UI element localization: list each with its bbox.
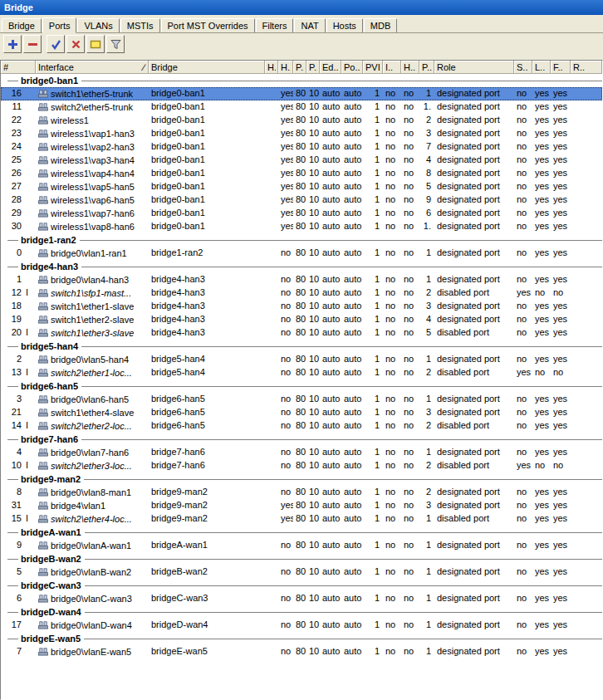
table-row[interactable]: 20Iswitch1\ether3-slavebridge4-han3no801…: [1, 326, 602, 340]
table-row[interactable]: 18switch1\ether1-slavebridge4-han3no8010…: [1, 300, 602, 313]
tab-mstis[interactable]: MSTIs: [120, 18, 160, 32]
column-header-5[interactable]: P..: [293, 61, 306, 74]
column-header-12[interactable]: P..: [419, 61, 434, 74]
column-header-1[interactable]: Interface∕: [36, 61, 149, 74]
column-header-7[interactable]: Ed..: [320, 61, 341, 74]
table-row[interactable]: 10Iswitch2\ether3-loc...bridge7-han6no80…: [1, 459, 602, 472]
column-header-2[interactable]: Bridge: [149, 61, 265, 74]
column-header-17[interactable]: R..: [571, 61, 602, 74]
column-header-16[interactable]: F..: [551, 61, 571, 74]
table-row[interactable]: 11switch2\ether5-trunkbridge0-ban1yes801…: [1, 100, 602, 114]
table-row[interactable]: 17bridge0\vlanD-wan4bridgeD-wan4no8010au…: [1, 619, 602, 632]
comment-button[interactable]: [86, 35, 105, 53]
column-header-3[interactable]: H..: [265, 61, 278, 74]
cell-h-flag: no: [401, 326, 419, 340]
cell-pvid: 1: [363, 273, 383, 286]
cell-h-flag: no: [401, 565, 419, 579]
tab-nat[interactable]: NAT: [294, 18, 325, 32]
group-label: bridgeD-wan4: [18, 607, 85, 617]
table-row[interactable]: 2bridge0\vlan5-han4bridge5-han4no8010aut…: [1, 353, 602, 366]
tab-mdb[interactable]: MDB: [364, 18, 397, 32]
column-header-13[interactable]: Role: [434, 61, 514, 74]
cell-forwarding: yes: [551, 592, 571, 605]
cell-edge: auto: [320, 273, 341, 286]
table-row[interactable]: 22wireless1bridge0-ban1yes8010autoauto1n…: [1, 114, 602, 127]
cell-horizon: [265, 645, 278, 658]
table-row[interactable]: 1bridge0\vlan4-han3bridge4-han3no8010aut…: [1, 273, 602, 286]
tab-filters[interactable]: Filters: [256, 18, 294, 32]
table-row[interactable]: 21switch1\ether4-slavebridge6-han5no8010…: [1, 406, 602, 419]
cell-bridge: bridge0-ban1: [149, 127, 265, 140]
tab-hosts[interactable]: Hosts: [326, 18, 363, 32]
table-row[interactable]: 16switch1\ether5-trunkbridge0-ban1yes801…: [1, 87, 602, 100]
tab-bridge[interactable]: Bridge: [2, 18, 42, 32]
tab-port-mst-overrides[interactable]: Port MST Overrides: [161, 18, 255, 32]
toolbar: [0, 33, 603, 55]
cell-role: disabled port: [434, 366, 514, 379]
tab-ports[interactable]: Ports: [42, 17, 77, 33]
table-row[interactable]: 31bridge4\vlan1bridge9-man2yes8010autoau…: [1, 499, 602, 512]
interface-icon: [38, 302, 48, 311]
column-header-15[interactable]: L..: [532, 61, 551, 74]
table-row[interactable]: 5bridge0\vlanB-wan2bridgeB-wan2no8010aut…: [1, 565, 602, 579]
cell-learning: yes: [532, 446, 551, 459]
table-row[interactable]: 0bridge0\vlan1-ran1bridge1-ran2no8010aut…: [1, 247, 602, 260]
group-line-left: [7, 439, 18, 440]
interface-icon: [38, 541, 48, 550]
table-row[interactable]: 15Iswitch2\ether4-loc...bridge9-man2yes8…: [1, 512, 602, 526]
tab-vlans[interactable]: VLANs: [77, 18, 119, 32]
column-header-0[interactable]: #: [1, 61, 36, 74]
table-row[interactable]: 24wireless1\vap2-han3bridge0-ban1yes8010…: [1, 140, 602, 154]
table-row[interactable]: 23wireless1\vap1-han3bridge0-ban1yes8010…: [1, 127, 602, 140]
cell-root-cost: [571, 313, 602, 326]
table-row[interactable]: 25wireless1\vap3-han4bridge0-ban1yes8010…: [1, 154, 602, 167]
add-button[interactable]: [3, 35, 22, 53]
column-header-9[interactable]: PVID: [363, 61, 383, 74]
table-row[interactable]: 19switch1\ether2-slavebridge4-han3no8010…: [1, 313, 602, 326]
column-header-4[interactable]: H..: [278, 61, 293, 74]
table-row[interactable]: 6bridge0\vlanC-wan3bridgeC-wan3no8010aut…: [1, 592, 602, 605]
cell-horizon: [265, 154, 278, 167]
column-header-11[interactable]: H..: [401, 61, 419, 74]
table-row[interactable]: 29wireless1\vap7-han6bridge0-ban1yes8010…: [1, 207, 602, 220]
cell-path-cost: 10: [306, 207, 320, 220]
table-row[interactable]: 7bridge0\vlanE-wan5bridgeE-wan5no8010aut…: [1, 645, 602, 658]
column-header-8[interactable]: Po..: [341, 61, 363, 74]
column-header-6[interactable]: P..: [306, 61, 320, 74]
disable-button[interactable]: [66, 35, 85, 53]
cell-ingress-filtering: no: [383, 300, 401, 313]
cell-forwarding: yes: [551, 273, 571, 286]
cell-role: disabled port: [434, 286, 514, 300]
filter-button[interactable]: [106, 35, 125, 53]
table-row[interactable]: 3bridge0\vlan6-han5bridge6-han5no8010aut…: [1, 393, 602, 406]
enable-button[interactable]: [47, 35, 65, 53]
cell-ingress-filtering: no: [383, 353, 401, 366]
remove-button[interactable]: [23, 35, 42, 53]
cell-status: no: [514, 326, 532, 340]
interface-icon: [38, 143, 48, 151]
cell-learning: yes: [532, 273, 551, 286]
table-row[interactable]: 27wireless1\vap5-han5bridge0-ban1yes8010…: [1, 180, 602, 193]
table-row[interactable]: 8bridge0\vlan8-man1bridge9-man2no8010aut…: [1, 486, 602, 499]
interface-icon: [38, 169, 48, 178]
table-row[interactable]: 14Iswitch2\ether2-loc...bridge6-han5no80…: [1, 419, 602, 433]
table-row[interactable]: 4bridge0\vlan7-han6bridge7-han6no8010aut…: [1, 446, 602, 459]
table-row[interactable]: 9bridge0\vlanA-wan1bridgeA-wan1no8010aut…: [1, 539, 602, 552]
group-line-left: [7, 479, 18, 480]
table-row[interactable]: 12Iswitch1\sfp1-mast...bridge4-han3no801…: [1, 286, 602, 300]
table-row[interactable]: 30wireless1\vap8-han6bridge0-ban1yes8010…: [1, 220, 602, 233]
column-header-14[interactable]: S..: [514, 61, 532, 74]
table-row[interactable]: 13Iswitch2\ether1-loc...bridge5-han4no80…: [1, 366, 602, 379]
cell-interface: bridge0\vlan1-ran1: [36, 247, 149, 260]
cell-hw-offload: yes: [278, 193, 293, 207]
tab-bar: BridgePortsVLANsMSTIsPort MST OverridesF…: [0, 15, 603, 33]
cell-ingress-filtering: no: [383, 100, 401, 114]
table-row[interactable]: 26wireless1\vap4-han4bridge0-ban1yes8010…: [1, 167, 602, 180]
column-header-10[interactable]: I..: [383, 61, 401, 74]
cell-horizon: [265, 619, 278, 632]
cell-ingress-filtering: no: [383, 114, 401, 127]
cell-number: 28: [1, 193, 36, 207]
cell-hw-offload: yes: [278, 220, 293, 233]
group-label: bridge5-han4: [18, 341, 81, 351]
table-row[interactable]: 28wireless1\vap6-han5bridge0-ban1yes8010…: [1, 193, 602, 207]
